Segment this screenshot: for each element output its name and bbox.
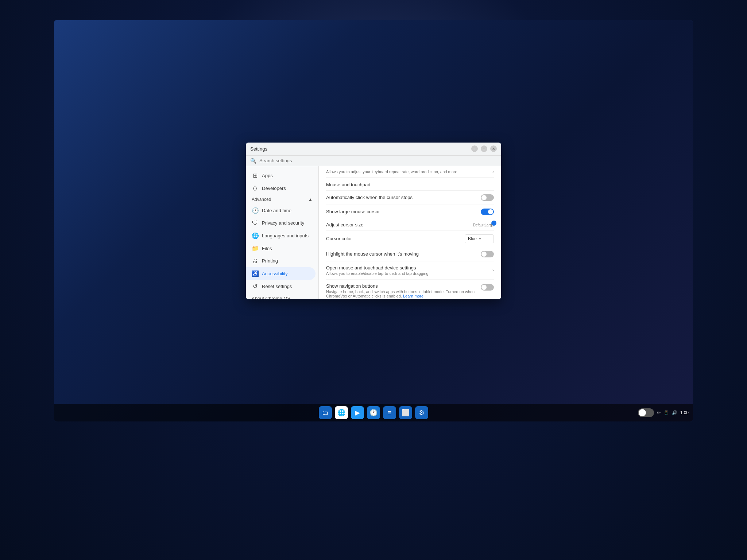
taskbar-time: 1:00 (680, 410, 689, 415)
sidebar-item-date-time[interactable]: 🕐 Date and time (246, 204, 316, 217)
auto-click-toggle[interactable] (481, 194, 494, 201)
sidebar-item-files[interactable]: 📁 Files (246, 242, 316, 255)
sidebar-item-printing[interactable]: 🖨 Printing (246, 255, 316, 267)
advanced-label: Advanced (252, 197, 271, 202)
taskbar-files-icon[interactable]: 🗂 (319, 406, 332, 419)
keyboard-desc-text: Allows you to adjust your keyboard repea… (326, 170, 492, 174)
mouse-settings-row[interactable]: Open mouse and touchpad device settings … (326, 261, 494, 280)
nav-buttons-desc: Navigate home, back, and switch apps wit… (326, 289, 481, 298)
window-controls: − □ ✕ (471, 145, 497, 152)
taskbar: 🗂 🌐 ▶ 🕐 ≡ ⬜ ⚙ ✏ 📱 🔊 1:00 (54, 404, 693, 421)
content-scroll: Allows you to adjust your keyboard repea… (319, 166, 501, 299)
screen-container: Settings − □ ✕ 🔍 ⊞ Apps ⟨⟩ Develope (54, 20, 693, 421)
cursor-color-label: Cursor color (326, 236, 352, 241)
sidebar-item-apps[interactable]: ⊞ Apps (246, 169, 316, 182)
close-button[interactable]: ✕ (490, 145, 497, 152)
sidebar: ⊞ Apps ⟨⟩ Developers Advanced ▲ 🕐 Date a… (246, 166, 319, 299)
search-input[interactable] (259, 158, 497, 163)
nav-buttons-toggle[interactable] (481, 284, 494, 291)
cursor-size-row: Adjust cursor size Default Large (326, 219, 494, 231)
privacy-icon: 🛡 (252, 220, 258, 226)
search-icon: 🔍 (250, 158, 256, 164)
taskbar-sound-icon: 🔊 (672, 410, 677, 415)
large-cursor-row: Show large mouse cursor (326, 205, 494, 219)
cursor-size-slider-labels: Default Large (473, 223, 494, 227)
settings-window: Settings − □ ✕ 🔍 ⊞ Apps ⟨⟩ Develope (246, 143, 501, 299)
advanced-expand-icon: ▲ (308, 197, 313, 202)
taskbar-window-icon[interactable]: ⬜ (399, 406, 412, 419)
cursor-color-row: Cursor color Blue ▼ (326, 231, 494, 247)
taskbar-chrome-icon[interactable]: 🌐 (335, 406, 348, 419)
printing-icon: 🖨 (252, 258, 258, 264)
mouse-settings-desc: Allows you to enable/disable tap-to-clic… (326, 271, 492, 276)
about-chrome-os-link[interactable]: About Chrome OS (246, 293, 318, 299)
cursor-size-slider-container: Default Large (436, 222, 494, 227)
sidebar-item-reset-label: Reset settings (262, 284, 292, 289)
sidebar-item-languages-label: Languages and inputs (262, 233, 309, 238)
sidebar-item-printing-label: Printing (262, 258, 278, 264)
taskbar-toggle[interactable] (638, 408, 654, 417)
apps-icon: ⊞ (252, 172, 258, 179)
content-area: Allows you to adjust your keyboard repea… (319, 166, 501, 299)
sidebar-item-accessibility[interactable]: ♿ Accessibility (246, 267, 316, 280)
sidebar-item-accessibility-label: Accessibility (262, 271, 288, 276)
minimize-button[interactable]: − (471, 145, 478, 152)
keyboard-desc-row: Allows you to adjust your keyboard repea… (326, 166, 494, 178)
main-content: ⊞ Apps ⟨⟩ Developers Advanced ▲ 🕐 Date a… (246, 166, 501, 299)
taskbar-pencil-icon: ✏ (657, 410, 661, 415)
large-cursor-label: Show large mouse cursor (326, 209, 380, 214)
cursor-size-slider-thumb[interactable] (491, 221, 496, 226)
highlight-cursor-row: Highlight the mouse cursor when it's mov… (326, 247, 494, 261)
sidebar-item-developers-label: Developers (262, 186, 286, 191)
window-title: Settings (250, 146, 471, 152)
taskbar-apps-icon[interactable]: ≡ (383, 406, 396, 419)
sidebar-item-privacy-label: Privacy and security (262, 220, 304, 226)
developers-icon: ⟨⟩ (252, 185, 258, 192)
advanced-section: Advanced ▲ (246, 195, 318, 204)
dropdown-arrow-icon: ▼ (478, 237, 482, 241)
mouse-section-header: Mouse and touchpad (326, 178, 494, 191)
auto-click-row: Automatically click when the cursor stop… (326, 191, 494, 205)
nav-buttons-row: Show navigation buttons Navigate home, b… (326, 280, 494, 299)
taskbar-phone-icon: 📱 (663, 410, 669, 415)
sidebar-item-date-time-label: Date and time (262, 208, 291, 213)
cursor-size-label: Adjust cursor size (326, 222, 364, 228)
mouse-settings-arrow-icon: › (492, 268, 494, 273)
accessibility-icon: ♿ (252, 270, 258, 277)
highlight-cursor-toggle[interactable] (481, 251, 494, 257)
highlight-cursor-label: Highlight the mouse cursor when it's mov… (326, 251, 419, 257)
reset-icon: ↺ (252, 283, 258, 290)
sidebar-item-privacy[interactable]: 🛡 Privacy and security (246, 217, 316, 229)
sidebar-item-developers[interactable]: ⟨⟩ Developers (246, 182, 316, 195)
files-icon: 📁 (252, 245, 258, 252)
cursor-color-dropdown[interactable]: Blue ▼ (465, 234, 494, 243)
large-cursor-toggle[interactable] (481, 209, 494, 215)
keyboard-row-arrow: › (492, 169, 494, 174)
search-bar: 🔍 (246, 156, 501, 166)
sidebar-item-reset[interactable]: ↺ Reset settings (246, 280, 316, 293)
taskbar-settings-icon[interactable]: ⚙ (415, 406, 428, 419)
sidebar-item-apps-label: Apps (262, 173, 273, 178)
auto-click-label: Automatically click when the cursor stop… (326, 195, 413, 200)
taskbar-play-icon[interactable]: ▶ (351, 406, 364, 419)
sidebar-item-languages[interactable]: 🌐 Languages and inputs (246, 229, 316, 242)
languages-icon: 🌐 (252, 232, 258, 239)
cursor-color-value: Blue (468, 236, 477, 241)
taskbar-system-tray: ✏ 📱 🔊 1:00 (638, 408, 689, 417)
slider-min-label: Default (473, 223, 485, 227)
maximize-button[interactable]: □ (481, 145, 487, 152)
date-time-icon: 🕐 (252, 207, 258, 214)
taskbar-clock-icon[interactable]: 🕐 (367, 406, 380, 419)
mouse-settings-label: Open mouse and touchpad device settings (326, 265, 492, 271)
mouse-settings-text: Open mouse and touchpad device settings … (326, 265, 492, 276)
nav-buttons-learn-more-link[interactable]: Learn more (403, 294, 423, 298)
sidebar-item-files-label: Files (262, 246, 272, 251)
title-bar: Settings − □ ✕ (246, 143, 501, 156)
nav-buttons-text: Show navigation buttons Navigate home, b… (326, 283, 481, 298)
nav-buttons-label: Show navigation buttons (326, 283, 481, 289)
